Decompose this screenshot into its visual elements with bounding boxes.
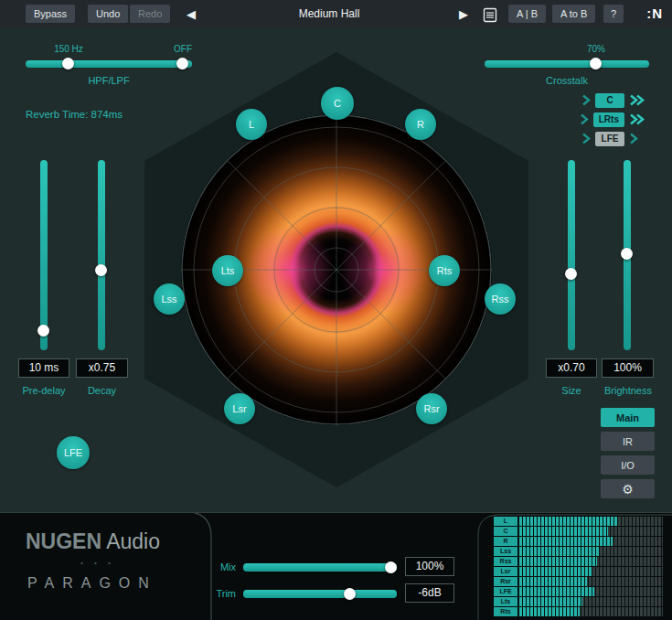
meter-row: Lts <box>494 597 663 606</box>
tab-io[interactable]: I/O <box>601 455 655 475</box>
trim-handle[interactable] <box>344 588 356 600</box>
crosstalk-slider[interactable] <box>485 60 649 68</box>
meter-channel-label: C <box>494 527 517 536</box>
routing-row-lfe: LFE <box>581 131 638 146</box>
crosstalk-label: Crosstalk <box>485 75 649 86</box>
meter-bar <box>519 547 663 556</box>
meter-channel-label: R <box>494 537 517 546</box>
settings-gear-icon[interactable]: ⚙ <box>601 479 655 498</box>
ab-compare-button[interactable]: A | B <box>508 5 546 23</box>
routing-in-chevron-icon[interactable] <box>581 133 591 144</box>
meter-channel-label: L <box>494 517 517 526</box>
decay-handle[interactable] <box>95 264 107 276</box>
tab-ir[interactable]: IR <box>601 432 655 451</box>
output-meters: L C R Lss Rss Lsr <box>494 517 663 616</box>
meter-channel-label: Rts <box>494 607 517 616</box>
meter-row: Lss <box>494 547 663 556</box>
lpf-handle[interactable] <box>176 58 188 69</box>
tab-main[interactable]: Main <box>601 408 655 427</box>
routing-row-lrts: LRts <box>580 112 645 127</box>
routing-in-chevron-icon[interactable] <box>581 94 591 106</box>
a-to-b-button[interactable]: A to B <box>552 5 595 23</box>
routing-out-chevron-icon[interactable] <box>629 133 638 144</box>
meter-channel-label: Rss <box>494 557 517 566</box>
pre-delay-value[interactable]: 10 ms <box>18 358 69 378</box>
meter-bar <box>519 607 663 616</box>
hpf-handle[interactable] <box>62 58 74 69</box>
crosstalk-handle[interactable] <box>590 58 602 69</box>
channel-node-l[interactable]: L <box>236 109 267 140</box>
next-preset-icon[interactable]: ▶ <box>455 4 472 24</box>
hpf-value: 150 Hz <box>46 44 91 54</box>
channel-node-rsr[interactable]: Rsr <box>416 393 447 424</box>
meter-fill <box>519 587 594 596</box>
footer-panel: NUGEN Audio • • • PARAGON Mix 100% Trim … <box>0 512 672 620</box>
meter-row: LFE <box>494 587 663 596</box>
brightness-handle[interactable] <box>621 248 633 260</box>
brightness-slider[interactable] <box>624 160 631 350</box>
routing-button-lfe[interactable]: LFE <box>595 132 624 146</box>
channel-node-lts[interactable]: Lts <box>212 255 243 286</box>
lpf-value: OFF <box>160 44 206 54</box>
size-slider[interactable] <box>568 160 575 350</box>
meter-row: L <box>494 517 663 526</box>
meter-fill <box>519 517 617 526</box>
lfe-node[interactable]: LFE <box>57 436 90 469</box>
reverb-time-readout: Reverb Time: 874ms <box>26 109 123 120</box>
brand-audio: Audio <box>106 529 160 553</box>
trim-value[interactable]: -6dB <box>405 583 454 603</box>
meter-channel-label: Lts <box>494 597 517 606</box>
routing-button-c[interactable]: C <box>595 93 624 108</box>
meter-channel-label: Rsr <box>494 577 517 586</box>
channel-node-r[interactable]: R <box>405 109 436 140</box>
mix-label: Mix <box>208 561 236 572</box>
undo-button[interactable]: Undo <box>88 5 128 23</box>
mix-slider[interactable] <box>243 563 397 572</box>
channel-node-c[interactable]: C <box>321 87 354 120</box>
meter-fill <box>519 527 608 536</box>
brand-nugen: NUGEN <box>26 529 101 553</box>
routing-button-lrts[interactable]: LRts <box>593 112 624 127</box>
meter-bar <box>519 517 663 526</box>
bypass-button[interactable]: Bypass <box>26 5 75 23</box>
mix-value[interactable]: 100% <box>405 557 454 576</box>
help-button[interactable]: ? <box>603 5 624 23</box>
decay-value[interactable]: x0.75 <box>76 358 128 378</box>
channel-node-lsr[interactable]: Lsr <box>224 393 255 424</box>
product-name: PARAGON <box>27 575 157 592</box>
pre-delay-handle[interactable] <box>37 325 49 337</box>
crosstalk-value: 70% <box>573 44 619 54</box>
meter-fill <box>519 607 580 616</box>
pre-delay-slider[interactable] <box>40 160 48 350</box>
channel-node-rts[interactable]: Rts <box>429 255 460 286</box>
routing-row-c: C <box>581 92 645 108</box>
decay-slider[interactable] <box>98 160 105 350</box>
meter-fill <box>519 547 600 556</box>
size-value[interactable]: x0.70 <box>546 358 597 378</box>
mix-handle[interactable] <box>385 561 397 573</box>
meter-fill <box>519 557 597 566</box>
channel-node-lss[interactable]: Lss <box>154 283 185 315</box>
preset-name[interactable]: Medium Hall <box>256 7 402 20</box>
size-handle[interactable] <box>565 268 577 280</box>
redo-button[interactable]: Redo <box>130 5 170 23</box>
meter-bar <box>519 557 663 566</box>
trim-slider[interactable] <box>243 590 397 598</box>
hpf-lpf-slider[interactable] <box>26 60 192 68</box>
routing-in-chevron-icon[interactable] <box>580 113 589 125</box>
meter-row: R <box>494 537 663 546</box>
meter-fill <box>519 537 613 546</box>
trim-label: Trim <box>208 588 236 599</box>
preset-list-icon[interactable] <box>479 5 501 26</box>
brightness-label: Brightness <box>596 385 660 396</box>
paragon-plugin-window: Bypass Undo Redo ◀ Medium Hall ▶ A | B A… <box>0 0 672 620</box>
channel-node-rss[interactable]: Rss <box>485 283 516 315</box>
previous-preset-icon[interactable]: ◀ <box>183 4 199 24</box>
meter-channel-label: Lss <box>494 547 517 556</box>
meter-row: Rss <box>494 557 663 566</box>
brightness-value[interactable]: 100% <box>602 358 654 378</box>
routing-out-chevrons-icon[interactable] <box>629 113 645 125</box>
meter-bar <box>519 567 663 576</box>
routing-out-chevrons-icon[interactable] <box>629 94 645 106</box>
meter-bar <box>519 527 663 536</box>
